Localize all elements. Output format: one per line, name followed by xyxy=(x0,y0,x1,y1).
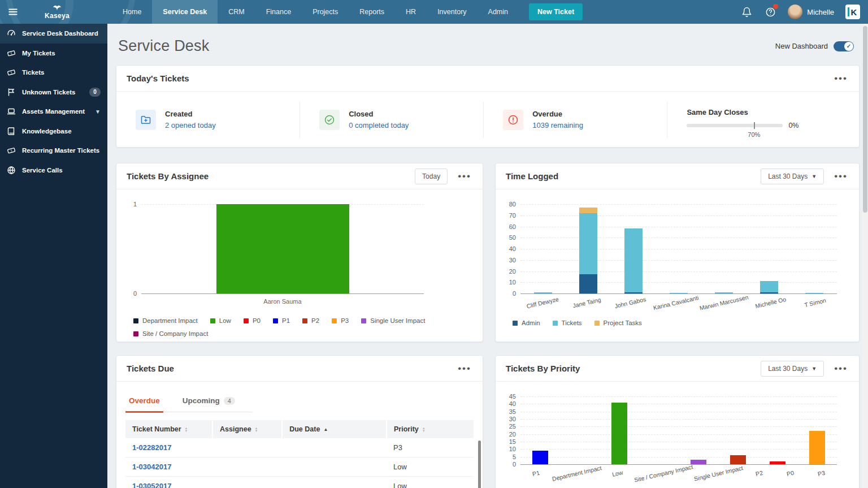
legend-item-tickets[interactable]: Tickets xyxy=(553,319,582,326)
y-axis-tick-label: 0 xyxy=(513,290,516,297)
y-axis-tick-label: 20 xyxy=(509,431,516,438)
todays-tickets-more-icon[interactable]: ••• xyxy=(833,73,849,84)
legend-item-department-impact[interactable]: Department Impact xyxy=(133,317,198,324)
bar-single-user-impact[interactable] xyxy=(679,396,718,464)
bar-t-simon[interactable] xyxy=(792,204,837,293)
bar-marwin-marcussen[interactable] xyxy=(701,204,747,293)
y-axis-tick-label: 40 xyxy=(509,400,516,407)
nav-item-inventory[interactable]: Inventory xyxy=(427,0,477,24)
legend-item-site-company-impact[interactable]: Site / Company Impact xyxy=(133,330,208,337)
legend-item-p3[interactable]: P3 xyxy=(332,317,349,324)
legend-item-low[interactable]: Low xyxy=(210,317,231,324)
user-avatar xyxy=(788,5,802,19)
sidebar-item-knowledgebase[interactable]: Knowledgebase xyxy=(0,122,107,141)
bar-jane-taing[interactable] xyxy=(566,204,611,293)
legend-label: P0 xyxy=(253,317,261,324)
todays-tickets-stats: Created2 opened todayClosed0 completed t… xyxy=(116,92,859,148)
sidebar-item-my-tickets[interactable]: My Tickets xyxy=(0,44,107,63)
column-header-assignee[interactable]: Assignee▲▼ xyxy=(212,420,282,438)
sidebar-item-label: Tickets xyxy=(22,69,44,76)
column-header-priority[interactable]: Priority▲▼ xyxy=(387,420,474,438)
x-axis-label: Department Impact xyxy=(552,464,602,482)
legend-item-admin[interactable]: Admin xyxy=(513,319,540,326)
legend-swatch xyxy=(244,318,249,323)
time-logged-filter-dropdown[interactable]: Last 30 Days▼ xyxy=(761,169,824,184)
table-scrollbar[interactable] xyxy=(478,441,481,488)
tickets-by-priority-more-icon[interactable]: ••• xyxy=(833,363,849,374)
kaseya-logo[interactable]: Kaseya xyxy=(26,3,88,20)
sidebar-item-assets-management[interactable]: Assets Management▼ xyxy=(0,102,107,122)
y-axis-tick-label: 10 xyxy=(509,446,516,452)
x-axis-label: John Gabos xyxy=(614,296,647,309)
bar-karina-cavalcanti[interactable] xyxy=(656,204,701,293)
bar-michelle-oo[interactable] xyxy=(747,204,792,293)
priority-filter-dropdown[interactable]: Last 30 Days▼ xyxy=(761,361,824,377)
target-marker xyxy=(754,122,755,129)
main-content: Service Desk New Dashboard ✓ Today's Tic… xyxy=(107,24,862,488)
nav-item-hr[interactable]: HR xyxy=(395,0,427,24)
nav-item-projects[interactable]: Projects xyxy=(302,0,349,24)
same-day-closes: Same Day Closes 0% 70% xyxy=(667,108,859,131)
ticket-number-link[interactable]: 1-03052017 xyxy=(125,477,212,488)
target-percent-label: 70% xyxy=(748,131,760,138)
stat-value-link[interactable]: 2 opened today xyxy=(165,121,216,129)
sort-icon: ▲▼ xyxy=(255,427,258,433)
tickets-due-more-icon[interactable]: ••• xyxy=(457,363,472,374)
bar-p3[interactable] xyxy=(797,396,837,464)
laptop-icon xyxy=(7,107,16,116)
assignee-cell xyxy=(212,457,282,477)
tickets-due-title: Tickets Due xyxy=(127,364,174,373)
nav-item-finance[interactable]: Finance xyxy=(255,0,302,24)
y-axis-tick-label: 10 xyxy=(509,279,516,286)
sidebar-item-recurring-master-tickets[interactable]: Recurring Master Tickets xyxy=(0,141,107,161)
stat-value-link[interactable]: 1039 remaining xyxy=(532,121,583,129)
bar-p1[interactable] xyxy=(520,396,560,464)
bar-john-gabos[interactable] xyxy=(611,204,656,293)
nav-item-admin[interactable]: Admin xyxy=(478,0,519,24)
nav-item-service-desk[interactable]: Service Desk xyxy=(152,0,218,24)
bar-aaron-sauma[interactable] xyxy=(141,204,424,293)
nav-item-crm[interactable]: CRM xyxy=(218,0,255,24)
legend-item-p1[interactable]: P1 xyxy=(273,317,290,324)
bar-site-company-impact[interactable] xyxy=(639,396,679,464)
bar-low[interactable] xyxy=(600,396,639,464)
sidebar-item-service-calls[interactable]: Service Calls xyxy=(0,161,107,180)
sidebar-item-service-desk-dashboard[interactable]: Service Desk Dashboard xyxy=(0,24,107,44)
bar-segment-tickets xyxy=(624,228,643,292)
column-label: Due Date xyxy=(289,425,320,433)
column-header-ticket-number[interactable]: Ticket Number▲▼ xyxy=(125,420,212,438)
notifications-bell-icon[interactable] xyxy=(740,6,753,18)
table-row: 1-02282017P3 xyxy=(125,438,474,457)
sidebar-item-unknown-tickets[interactable]: Unknown Tickets0 xyxy=(0,83,107,102)
bar-department-impact[interactable] xyxy=(560,396,600,464)
priority-cell: P3 xyxy=(387,438,474,457)
time-logged-chart: 01020304050607080Cliff DewyzeJane TaingJ… xyxy=(504,204,849,339)
user-menu[interactable]: Michelle xyxy=(788,5,834,19)
bar-segment xyxy=(691,460,706,464)
time-logged-more-icon[interactable]: ••• xyxy=(833,171,849,182)
new-dashboard-toggle[interactable]: ✓ xyxy=(834,41,854,51)
column-header-due-date[interactable]: Due Date▲ xyxy=(282,420,387,438)
ticket-number-link[interactable]: 1-02282017 xyxy=(125,438,212,457)
page-scrollbar-thumb[interactable] xyxy=(863,26,867,213)
kaseya-k-app-icon[interactable]: K xyxy=(845,5,860,19)
legend-item-single-user-impact[interactable]: Single User Impact xyxy=(361,317,425,324)
page-scrollbar-track[interactable] xyxy=(862,24,868,488)
assignee-filter-button[interactable]: Today xyxy=(415,169,448,184)
legend-item-project-tasks[interactable]: Project Tasks xyxy=(594,319,642,326)
legend-item-p0[interactable]: P0 xyxy=(244,317,261,324)
bar-p0[interactable] xyxy=(758,396,797,464)
bar-p2[interactable] xyxy=(718,396,758,464)
tickets-by-assignee-more-icon[interactable]: ••• xyxy=(457,171,472,182)
bar-cliff-dewyze[interactable] xyxy=(520,204,566,293)
ticket-number-link[interactable]: 1-03042017 xyxy=(125,457,212,477)
due-date-cell xyxy=(282,457,387,477)
sidebar-item-tickets[interactable]: Tickets xyxy=(0,63,107,83)
tab-upcoming[interactable]: Upcoming4 xyxy=(179,392,238,412)
legend-item-p2[interactable]: P2 xyxy=(302,317,319,324)
tab-overdue[interactable]: Overdue xyxy=(125,392,163,412)
stat-value-link[interactable]: 0 completed today xyxy=(349,121,409,129)
new-ticket-button[interactable]: New Ticket xyxy=(529,3,583,20)
nav-item-reports[interactable]: Reports xyxy=(349,0,395,24)
help-icon[interactable] xyxy=(764,6,776,18)
